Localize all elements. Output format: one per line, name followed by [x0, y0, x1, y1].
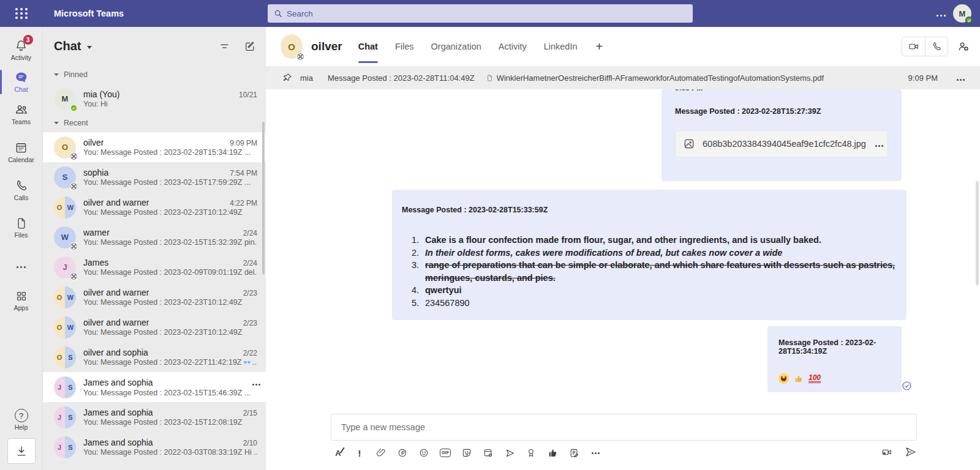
hundred-points-emoji[interactable]: 100 — [809, 375, 821, 383]
calendar-add-icon — [483, 447, 494, 458]
calendar-icon — [14, 141, 28, 155]
video-call-button[interactable] — [902, 37, 925, 56]
chat-dropdown-chevron-icon[interactable] — [87, 46, 92, 49]
avatar-group: OW — [54, 286, 76, 308]
praise-thumb-icon — [547, 447, 558, 458]
user-avatar[interactable]: M — [953, 4, 971, 23]
avatar-group: OW — [54, 196, 76, 218]
pinned-message-text: Message Posted : 2023-02-28T11:04:49Z — [328, 73, 475, 83]
tab-linkedin[interactable]: LinkedIn — [544, 27, 578, 66]
pinned-message-bar[interactable]: mia Message Posted : 2023-02-28T11:04:49… — [266, 66, 980, 89]
tab-organization[interactable]: Organization — [431, 27, 481, 66]
app-launcher-waffle-icon[interactable] — [0, 8, 43, 19]
message-title: Message Posted : 2023-02-28T15:33:59Z — [402, 206, 897, 214]
presence-offline-icon — [70, 182, 78, 190]
tab-activity[interactable]: Activity — [499, 27, 527, 66]
tab-chat[interactable]: Chat — [358, 27, 378, 66]
recent-section-header[interactable]: Recent — [43, 114, 266, 132]
chat-item-more-icon[interactable] — [251, 377, 257, 388]
compose-more-button[interactable] — [588, 446, 603, 460]
new-chat-icon[interactable] — [244, 40, 256, 53]
search-input[interactable] — [287, 9, 687, 18]
avatar-group: JS — [54, 406, 76, 428]
add-tab-icon[interactable]: + — [596, 40, 603, 54]
send-icon — [904, 446, 917, 458]
grinning-face-emoji[interactable] — [778, 373, 789, 384]
presence-offline-icon — [296, 53, 304, 61]
sticker-button[interactable] — [459, 446, 474, 460]
left-rail: Activity 3 Chat Teams Calendar Calls — [0, 27, 43, 470]
avatar: J — [54, 256, 76, 278]
avatar: W — [54, 226, 76, 248]
message-scrollbar[interactable] — [976, 181, 979, 285]
topbar-more-icon[interactable] — [940, 8, 942, 19]
importance-button[interactable]: ! — [352, 446, 367, 460]
conversation-avatar[interactable]: O — [281, 34, 303, 59]
image-icon — [683, 138, 695, 150]
apps-grid-icon — [15, 289, 28, 303]
rail-item-chat[interactable]: Chat — [0, 66, 43, 98]
rail-item-activity[interactable]: Activity 3 — [0, 34, 43, 66]
message-input[interactable] — [341, 422, 907, 432]
list-item-text: Cake is a flour confection made from flo… — [425, 235, 821, 245]
attach-button[interactable] — [374, 446, 388, 460]
chat-list-item[interactable]: OS oilver and sophia2/22 You: Message Po… — [43, 342, 266, 372]
gif-button[interactable]: GIF — [438, 446, 453, 460]
conversation-title: oilver — [311, 40, 342, 53]
chat-list-item[interactable]: OW oilver and warner4:22 PM You: Message… — [43, 192, 266, 222]
phone-icon — [931, 41, 942, 52]
add-people-button[interactable] — [957, 40, 970, 53]
pinned-filename: WinklerHametnerOestreicherBiffl-AFramewo… — [497, 73, 824, 83]
praise-button[interactable] — [524, 446, 538, 460]
message-numbered-list: Cake is a flour confection made from flo… — [402, 234, 897, 309]
award-icon — [526, 447, 537, 458]
rail-item-apps[interactable]: Apps — [0, 285, 43, 316]
rail-more-icon[interactable] — [20, 252, 22, 278]
compose-box[interactable] — [331, 414, 917, 441]
rail-item-files[interactable]: Files — [0, 212, 43, 244]
tasks-button[interactable] — [567, 446, 581, 460]
audio-call-button[interactable] — [925, 37, 948, 56]
loop-component-button[interactable] — [395, 446, 410, 460]
pinned-section-header[interactable]: Pinned — [43, 65, 266, 84]
attachment-card[interactable]: 608b3b203384394045eaf9e1cfc2fc48.jpg — [675, 130, 888, 157]
rail-item-calendar[interactable]: Calendar — [0, 136, 43, 168]
chat-list-item[interactable]: JS James and sophia2/15 You: Message Pos… — [43, 402, 266, 432]
video-clip-button[interactable] — [881, 446, 893, 458]
schedule-meeting-button[interactable] — [481, 446, 496, 460]
chat-list-item[interactable]: JS James and sophia2/10 You: Message Pos… — [43, 432, 266, 462]
attachment-more-icon[interactable] — [878, 138, 880, 149]
chat-list-item[interactable]: W warner2/24 You: Message Posted : 2023-… — [43, 222, 266, 252]
send-later-button[interactable] — [502, 446, 517, 460]
chat-list-scrollbar[interactable] — [262, 122, 265, 275]
thumbs-up-emoji[interactable] — [794, 374, 804, 384]
filter-icon[interactable] — [219, 40, 230, 52]
clipped-timestamp: 9:09 PM — [675, 89, 888, 94]
chat-list-item-pinned-mia[interactable]: M mia (You)10/21 You: Hi — [43, 84, 266, 114]
chat-list-item[interactable]: OW oilver and warner2/23 You: Message Po… — [43, 282, 266, 312]
chat-list-scroll-area: Pinned M mia (You)10/21 You: Hi Recent O… — [43, 61, 266, 470]
chat-list-item[interactable]: S sophia7:54 PM You: Message Posted : 20… — [43, 162, 266, 192]
conversation-header: O oilver Chat Files Organization Activit… — [266, 27, 980, 66]
loop-icon — [397, 447, 408, 458]
rail-item-help[interactable]: ? Help — [0, 405, 43, 436]
approvals-button[interactable] — [545, 446, 560, 460]
rail-item-teams[interactable]: Teams — [0, 98, 43, 130]
chat-list-item[interactable]: JS James and sophia You: Message Posted … — [43, 372, 266, 402]
paperclip-icon — [375, 447, 386, 458]
emoji-button[interactable] — [417, 446, 431, 460]
rail-item-calls[interactable]: Calls — [0, 174, 43, 206]
gif-icon: GIF — [440, 449, 451, 458]
chat-list-item[interactable]: OW oilver and warner2/23 You: Message Po… — [43, 312, 266, 342]
tab-files[interactable]: Files — [395, 27, 414, 66]
send-button[interactable] — [904, 446, 917, 458]
search-bar[interactable] — [268, 4, 693, 23]
format-button[interactable]: A — [331, 446, 345, 460]
chat-list-item[interactable]: J James2/24 You: Message Posted : 2023-0… — [43, 252, 266, 282]
chat-list-panel: Chat Pinned M mia (You)10/21 You: Hi Rec… — [43, 27, 266, 470]
download-desktop-button[interactable] — [7, 438, 36, 464]
pinned-more-icon[interactable] — [960, 73, 962, 83]
presence-offline-icon — [70, 152, 78, 160]
chat-list-item[interactable]: O oilver9:09 PM You: Message Posted : 20… — [43, 132, 266, 162]
send-later-icon — [504, 447, 516, 459]
